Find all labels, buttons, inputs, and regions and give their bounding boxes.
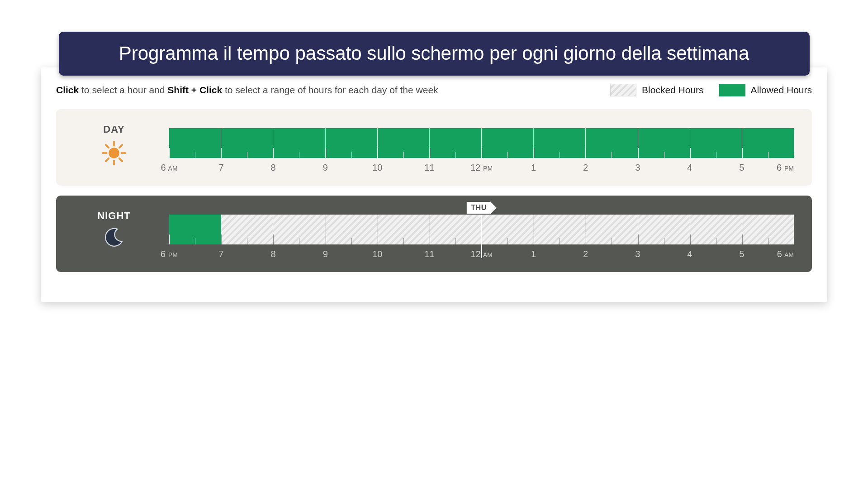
instructions-row: Click to select a hour and Shift + Click… [56, 84, 812, 96]
axis-label: 2 [586, 163, 638, 173]
chevron-right-icon [490, 201, 497, 214]
axis-label: 9 [325, 249, 377, 259]
hour-cell[interactable] [482, 128, 534, 158]
hour-cell[interactable] [586, 215, 638, 244]
day-schedule-block: DAY 6 AM789101 [56, 109, 812, 186]
instructions-click-strong: Click [56, 85, 79, 95]
hour-cell[interactable] [273, 128, 325, 158]
hour-cell[interactable] [326, 128, 378, 158]
hour-cell[interactable] [638, 128, 690, 158]
hour-cell[interactable] [482, 215, 534, 244]
hour-cell[interactable] [742, 128, 794, 158]
svg-line-5 [106, 144, 109, 147]
instructions-shift-tail: to select a range of hours for each day … [222, 85, 438, 95]
night-timeline-wrap: THU 6 PM789101112 AM123456 AM [169, 208, 794, 259]
day-boundary-line [481, 215, 482, 258]
axis-label: 4 [690, 249, 742, 259]
svg-line-6 [119, 158, 122, 161]
hour-cell[interactable] [430, 215, 482, 244]
hour-cell[interactable] [273, 215, 325, 244]
axis-label: 2 [586, 249, 638, 259]
axis-label: 1 [534, 249, 586, 259]
night-period-label: NIGHT [69, 210, 159, 248]
hour-cell[interactable] [742, 215, 794, 244]
axis-label: 6 AM [169, 163, 221, 173]
hour-cell[interactable] [326, 215, 378, 244]
schedule-panel: Click to select a hour and Shift + Click… [41, 67, 827, 302]
night-schedule-block: NIGHT THU 6 PM789101112 AM123456 AM [56, 196, 812, 272]
axis-label: 12 PM [481, 163, 533, 173]
hour-cell[interactable] [534, 215, 586, 244]
axis-end-label: 6 PM [777, 163, 794, 173]
hour-cell[interactable] [169, 128, 221, 158]
day-axis: 6 AM789101112 PM123456 PM [169, 163, 794, 173]
instructions-shift-strong: Shift + Click [167, 85, 222, 95]
instructions-text: Click to select a hour and Shift + Click… [56, 85, 438, 96]
hour-cell[interactable] [221, 128, 273, 158]
hour-cell[interactable] [534, 128, 586, 158]
day-timeline[interactable] [169, 128, 794, 158]
axis-label: 6 PM [169, 249, 221, 259]
axis-end-label: 6 AM [777, 249, 794, 259]
axis-label: 3 [638, 163, 690, 173]
legend-allowed-label: Allowed Hours [751, 85, 812, 96]
legend-allowed: Allowed Hours [719, 84, 812, 96]
hour-cell[interactable] [169, 215, 221, 244]
hour-cell[interactable] [378, 128, 430, 158]
day-period-label: DAY [69, 124, 159, 166]
axis-label: 9 [325, 163, 377, 173]
hour-cell[interactable] [586, 128, 638, 158]
allowed-swatch-icon [719, 84, 745, 96]
hour-cell[interactable] [690, 128, 742, 158]
svg-point-0 [109, 148, 119, 158]
legend-blocked: Blocked Hours [610, 84, 704, 96]
day-boundary-marker: THU [466, 201, 496, 214]
sun-icon [101, 140, 127, 166]
axis-label: 10 [377, 163, 429, 173]
day-boundary-label: THU [466, 202, 490, 214]
instructions-click-tail: to select a hour and [79, 85, 167, 95]
axis-label: 8 [273, 249, 325, 259]
svg-line-8 [119, 144, 122, 147]
schedule-container: Programma il tempo passato sullo schermo… [41, 32, 827, 302]
day-label-text: DAY [103, 124, 124, 135]
svg-line-7 [106, 158, 109, 161]
night-label-text: NIGHT [97, 210, 130, 222]
axis-label: 8 [273, 163, 325, 173]
axis-label: 7 [221, 249, 273, 259]
axis-label: 10 [377, 249, 429, 259]
axis-label: 1 [534, 163, 586, 173]
legend: Blocked Hours Allowed Hours [610, 84, 812, 96]
axis-label: 7 [221, 163, 273, 173]
page-title: Programma il tempo passato sullo schermo… [59, 32, 810, 76]
axis-label: 3 [638, 249, 690, 259]
hour-cell[interactable] [690, 215, 742, 244]
blocked-swatch-icon [610, 84, 636, 96]
moon-icon [103, 226, 125, 248]
hour-cell[interactable] [638, 215, 690, 244]
day-timeline-wrap: 6 AM789101112 PM123456 PM [169, 122, 794, 173]
axis-label: 12 AM [481, 249, 533, 259]
hour-cell[interactable] [430, 128, 482, 158]
hour-cell[interactable] [221, 215, 273, 244]
hour-cell[interactable] [378, 215, 430, 244]
axis-label: 4 [690, 163, 742, 173]
legend-blocked-label: Blocked Hours [642, 85, 704, 96]
